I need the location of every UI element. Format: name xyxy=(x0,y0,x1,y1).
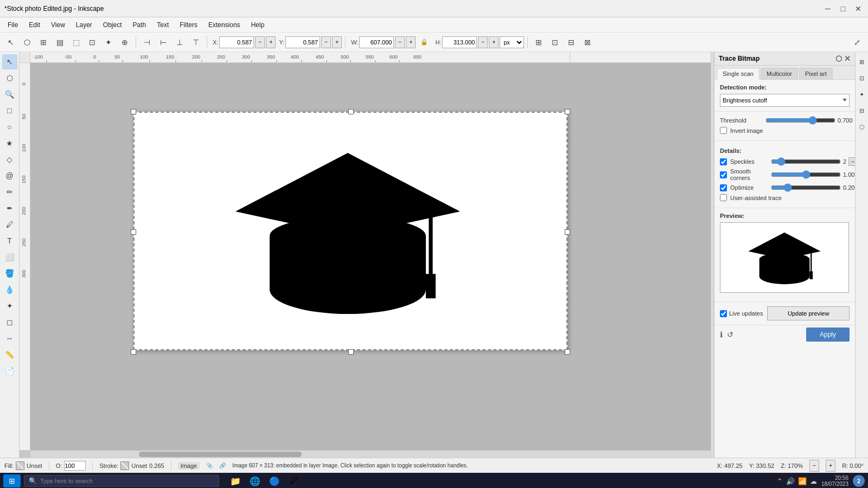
tray-icon-1[interactable]: ⌃ xyxy=(777,477,783,485)
tool-star[interactable]: ★ xyxy=(2,136,17,151)
snap-icon-1[interactable]: ⊞ xyxy=(854,54,869,69)
zoom-in-btn[interactable]: + xyxy=(826,460,835,472)
taskbar-app-edge[interactable]: 🌐 xyxy=(246,474,264,488)
speckles-checkbox[interactable] xyxy=(720,158,727,165)
menu-help[interactable]: Help xyxy=(246,20,270,30)
snap-icon-4[interactable]: ⊟ xyxy=(854,103,869,118)
menu-view[interactable]: View xyxy=(46,20,71,30)
taskbar-search[interactable]: 🔍 Type here to search xyxy=(24,475,219,487)
tool-text[interactable]: T xyxy=(2,233,17,248)
snap-icon-5[interactable]: ⬡ xyxy=(854,119,869,134)
menu-file[interactable]: File xyxy=(2,20,23,30)
toolbar-grp4[interactable]: ⊕ xyxy=(117,35,132,50)
tool-calligraphy[interactable]: 🖊 xyxy=(2,217,17,232)
toolbar-transform[interactable]: ⊞ xyxy=(36,35,51,50)
sel-handle-tr[interactable] xyxy=(565,109,570,114)
optimize-checkbox[interactable] xyxy=(720,184,727,191)
tool-paint[interactable]: 🪣 xyxy=(2,266,17,281)
panel-close-icon[interactable]: ✕ xyxy=(844,54,851,63)
tool-node[interactable]: ⬡ xyxy=(2,70,17,86)
tool-spray[interactable]: ✦ xyxy=(2,298,17,313)
reset-icon[interactable]: ↺ xyxy=(727,330,733,339)
sel-handle-bm[interactable] xyxy=(348,349,354,355)
info-icon[interactable]: ℹ xyxy=(720,330,723,339)
tool-gradient[interactable]: ⬜ xyxy=(2,249,17,265)
tool-spiral[interactable]: @ xyxy=(2,168,17,183)
w-plus[interactable]: + xyxy=(406,36,416,48)
tool-selector[interactable]: ↖ xyxy=(2,54,17,69)
menu-extensions[interactable]: Extensions xyxy=(203,20,246,30)
tool-zoom[interactable]: 🔍 xyxy=(2,87,17,102)
tool-measure[interactable]: 📏 xyxy=(2,347,17,362)
y-minus[interactable]: − xyxy=(321,36,331,48)
toolbar-snap1[interactable]: ⊞ xyxy=(531,35,546,50)
toolbar-obj4[interactable]: ⊤ xyxy=(188,35,203,50)
toolbar-grp1[interactable]: ⬚ xyxy=(68,35,84,50)
close-button[interactable]: ✕ xyxy=(853,3,864,14)
snap-icon-2[interactable]: ⊡ xyxy=(854,70,869,86)
tool-pen[interactable]: ✒ xyxy=(2,201,17,216)
toolbar-obj3[interactable]: ⊥ xyxy=(172,35,187,50)
speckles-slider[interactable] xyxy=(771,157,841,166)
sel-handle-mr[interactable] xyxy=(565,229,570,235)
menu-object[interactable]: Object xyxy=(98,20,127,30)
user-assisted-checkbox[interactable] xyxy=(720,194,727,201)
menu-filters[interactable]: Filters xyxy=(174,20,203,30)
toolbar-snap2[interactable]: ⊡ xyxy=(547,35,563,50)
tray-network[interactable]: 📶 xyxy=(798,477,807,485)
taskbar-app-explorer[interactable]: 📁 xyxy=(227,474,244,488)
invert-image-checkbox[interactable] xyxy=(720,127,727,134)
menu-edit[interactable]: Edit xyxy=(23,20,46,30)
live-updates-checkbox[interactable] xyxy=(720,310,727,317)
detection-mode-dropdown[interactable]: Brightness cutoff Edge detection Color q… xyxy=(720,94,850,107)
x-minus[interactable]: − xyxy=(255,36,265,48)
update-preview-button[interactable]: Update preview xyxy=(767,306,850,320)
y-input[interactable] xyxy=(285,36,320,48)
menu-text[interactable]: Text xyxy=(151,20,174,30)
tab-multicolor[interactable]: Multicolor xyxy=(761,68,798,79)
taskbar-app-inkscape[interactable]: 🖊 xyxy=(285,474,303,488)
tool-pencil[interactable]: ✏ xyxy=(2,184,17,200)
zoom-out-btn[interactable]: − xyxy=(809,460,819,472)
smooth-corners-checkbox[interactable] xyxy=(720,171,727,178)
w-input[interactable] xyxy=(359,36,394,48)
toolbar-grp2[interactable]: ⊡ xyxy=(85,35,100,50)
opacity-input[interactable] xyxy=(64,461,86,471)
toolbar-snap3[interactable]: ⊟ xyxy=(564,35,579,50)
unit-selector[interactable]: px mm in xyxy=(500,36,524,48)
h-plus[interactable]: + xyxy=(489,36,499,48)
lock-ratio[interactable]: 🔒 xyxy=(417,35,432,50)
x-plus[interactable]: + xyxy=(266,36,276,48)
optimize-slider[interactable] xyxy=(771,183,841,192)
menu-path[interactable]: Path xyxy=(127,20,152,30)
threshold-slider[interactable] xyxy=(765,116,835,125)
h-scrollbar[interactable] xyxy=(30,450,711,458)
toolbar-snap4[interactable]: ⊠ xyxy=(580,35,595,50)
tool-connector[interactable]: ↔ xyxy=(2,331,17,346)
menu-layer[interactable]: Layer xyxy=(71,20,98,30)
taskbar-clock[interactable]: 20:56 18/07/2023 xyxy=(821,475,848,487)
sel-handle-tm[interactable] xyxy=(348,109,354,114)
w-minus[interactable]: − xyxy=(395,36,405,48)
toolbar-obj1[interactable]: ⊣ xyxy=(139,35,155,50)
sel-handle-ml[interactable] xyxy=(131,229,136,235)
tool-3d[interactable]: ◇ xyxy=(2,152,17,167)
taskbar-app-chrome[interactable]: 🔵 xyxy=(266,474,283,488)
tool-rect[interactable]: □ xyxy=(2,103,17,118)
y-plus[interactable]: + xyxy=(332,36,342,48)
toolbar-select[interactable]: ↖ xyxy=(3,35,18,50)
minimize-button[interactable]: ─ xyxy=(822,3,833,14)
toolbar-node[interactable]: ⬡ xyxy=(20,35,35,50)
x-input[interactable] xyxy=(219,36,254,48)
toolbar-align[interactable]: ▤ xyxy=(52,35,67,50)
maximize-button[interactable]: □ xyxy=(838,3,848,14)
tray-speaker[interactable]: 🔊 xyxy=(786,477,795,485)
tab-pixel-art[interactable]: Pixel art xyxy=(799,68,833,79)
notification-badge[interactable]: 2 xyxy=(853,475,865,487)
sel-handle-tl[interactable] xyxy=(131,109,136,114)
tab-single-scan[interactable]: Single scan xyxy=(717,68,760,80)
h-scroll-thumb[interactable] xyxy=(139,452,302,457)
snap-icon-3[interactable]: ✦ xyxy=(854,87,869,102)
speckles-minus[interactable]: − xyxy=(848,157,855,166)
tool-eraser[interactable]: ◻ xyxy=(2,314,17,330)
